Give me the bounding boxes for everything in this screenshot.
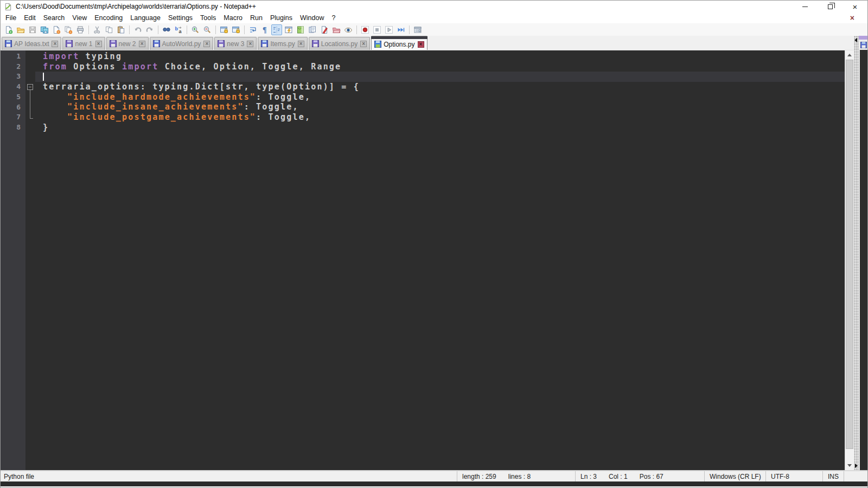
tab-locations.py[interactable]: Locations.py×	[309, 37, 370, 50]
view-file-button[interactable]	[343, 24, 354, 35]
zoom-in-button[interactable]	[190, 24, 201, 35]
cut-button[interactable]	[92, 24, 103, 35]
splitter-collapse-right-icon[interactable]	[855, 464, 858, 468]
macro-stop-button[interactable]	[372, 24, 382, 35]
tab-label: new 3	[227, 40, 244, 48]
sync-vertical-scroll-button[interactable]	[219, 24, 229, 35]
tab-close-icon[interactable]: ×	[95, 41, 102, 47]
undo-button[interactable]	[132, 24, 143, 35]
tab-items.py[interactable]: Items.py×	[258, 37, 307, 50]
menu-item-run[interactable]: Run	[246, 12, 266, 23]
show-all-characters-button[interactable]: ¶	[259, 24, 270, 35]
project-panel-button[interactable]	[331, 24, 342, 35]
zoom-out-icon	[203, 25, 212, 34]
document-list-button[interactable]	[307, 24, 318, 35]
tab-ap-ideas.txt[interactable]: AP Ideas.txt×	[2, 37, 61, 50]
toolbar-separator	[88, 25, 89, 34]
project-panel-icon	[332, 25, 341, 34]
menu-item-language[interactable]: Language	[126, 12, 164, 23]
minimize-icon[interactable]	[793, 1, 818, 12]
code-line-5[interactable]: "include_hardmode_achievements": Toggle,	[35, 92, 845, 102]
function-list-button[interactable]	[283, 24, 294, 35]
code-line-2[interactable]: from Options import Choice, Option, Togg…	[35, 62, 845, 72]
status-insert-mode[interactable]: INS	[822, 471, 844, 481]
fold-margin-cell	[25, 92, 35, 102]
document-map-button[interactable]	[295, 24, 306, 35]
tab-close-icon[interactable]: ×	[139, 41, 145, 47]
code-area[interactable]: import typingfrom Options import Choice,…	[35, 50, 845, 470]
code-line-8[interactable]: }	[35, 123, 845, 133]
find-button[interactable]	[161, 24, 172, 35]
status-encoding[interactable]: UTF-8	[765, 471, 822, 481]
code-line-4[interactable]: terraria_options: typing.Dict[str, type(…	[35, 82, 845, 92]
redo-button[interactable]	[144, 24, 155, 35]
menu-item-encoding[interactable]: Encoding	[91, 12, 126, 23]
tab-close-icon[interactable]: ×	[203, 41, 210, 47]
menu-item-edit[interactable]: Edit	[20, 12, 40, 23]
tab-options.py[interactable]: Options.py×	[371, 36, 427, 50]
menu-item-help[interactable]: ?	[328, 12, 339, 23]
tab-close-icon[interactable]: ×	[360, 41, 367, 47]
menu-item-macro[interactable]: Macro	[220, 12, 246, 23]
word-wrap-button[interactable]	[247, 24, 258, 35]
scroll-up-icon[interactable]	[845, 50, 854, 60]
settings-panel-button[interactable]	[412, 24, 423, 35]
token-text: typing	[79, 52, 122, 61]
close-icon[interactable]: ×	[843, 1, 867, 12]
zoom-out-button[interactable]	[202, 24, 213, 35]
save-file-button[interactable]	[27, 24, 38, 35]
line-number: 1	[1, 52, 21, 62]
sync-horizontal-scroll-button[interactable]	[231, 24, 241, 35]
print-button[interactable]	[75, 24, 86, 35]
token-text	[43, 92, 67, 102]
token-string: "include_postgame_achievements"	[67, 112, 256, 122]
scrollbar-track[interactable]	[845, 60, 854, 461]
vertical-scrollbar[interactable]	[845, 50, 854, 470]
close-document-icon[interactable]: ×	[850, 12, 854, 23]
save-all-button[interactable]	[39, 24, 50, 35]
fold-collapse-icon[interactable]: −	[25, 82, 35, 92]
menu-item-tools[interactable]: Tools	[196, 12, 220, 23]
menu-item-search[interactable]: Search	[40, 12, 69, 23]
tab-new-2[interactable]: new 2×	[106, 37, 149, 50]
token-string: "include_hardmode_achievements"	[67, 92, 256, 102]
replace-button[interactable]: ba	[173, 24, 184, 35]
tab-new-3[interactable]: new 3×	[214, 37, 257, 50]
second-view-tab[interactable]	[859, 40, 867, 50]
code-editor[interactable]: 12345678 − import typingfrom Options imp…	[1, 50, 845, 470]
status-eol-format[interactable]: Windows (CR LF)	[704, 471, 765, 481]
menu-item-plugins[interactable]: Plugins	[266, 12, 296, 23]
menu-item-window[interactable]: Window	[296, 12, 328, 23]
code-line-7[interactable]: "include_postgame_achievements": Toggle,	[35, 112, 845, 123]
tab-close-icon[interactable]: ×	[418, 41, 424, 48]
new-file-button[interactable]	[3, 24, 14, 35]
monitoring-button[interactable]	[319, 24, 330, 35]
tab-autoworld.py[interactable]: AutoWorld.py×	[150, 37, 214, 50]
code-line-6[interactable]: "include_insane_achievements": Toggle,	[35, 102, 845, 112]
scroll-down-icon[interactable]	[845, 461, 854, 470]
open-file-button[interactable]	[15, 24, 26, 35]
macro-play-button[interactable]	[384, 24, 394, 35]
splitter-collapse-left-icon[interactable]	[854, 38, 857, 42]
code-line-3[interactable]	[35, 72, 845, 82]
tab-new-1[interactable]: new 1×	[62, 37, 105, 50]
menu-item-view[interactable]: View	[68, 12, 91, 23]
sync-horizontal-scroll-icon	[232, 25, 240, 34]
code-line-1[interactable]: import typing	[35, 52, 845, 62]
menu-item-settings[interactable]: Settings	[164, 12, 196, 23]
paste-button[interactable]	[116, 24, 126, 35]
macro-record-button[interactable]	[360, 24, 371, 35]
tab-close-icon[interactable]: ×	[298, 41, 304, 47]
paste-icon	[117, 25, 125, 34]
scrollbar-thumb[interactable]	[846, 60, 853, 449]
restore-icon[interactable]	[818, 1, 843, 12]
close-all-button[interactable]	[63, 24, 74, 35]
menu-item-file[interactable]: File	[1, 12, 20, 23]
tab-close-icon[interactable]: ×	[247, 41, 253, 47]
indent-guide-button[interactable]	[271, 24, 282, 35]
view-splitter[interactable]	[854, 36, 859, 470]
close-file-button[interactable]	[51, 24, 62, 35]
macro-run-multiple-button[interactable]	[395, 24, 406, 35]
copy-button[interactable]	[104, 24, 114, 35]
tab-close-icon[interactable]: ×	[52, 41, 58, 47]
